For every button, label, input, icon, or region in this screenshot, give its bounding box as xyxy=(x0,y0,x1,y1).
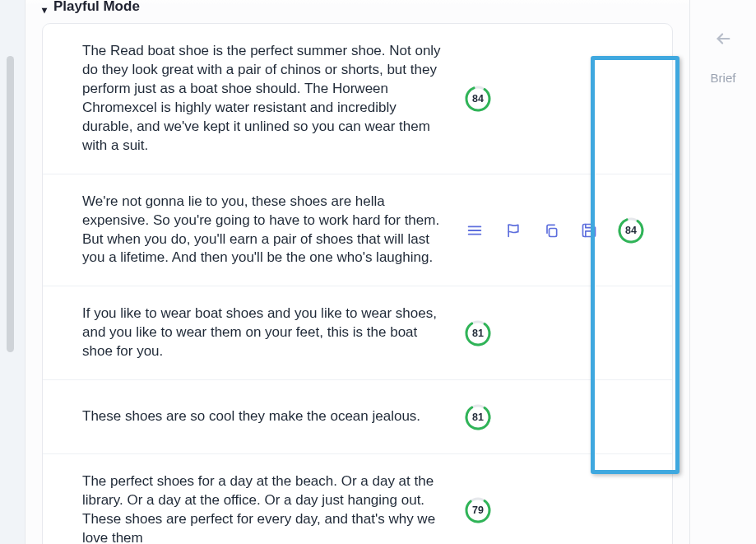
brief-tab[interactable]: Brief xyxy=(690,71,756,85)
menu-icon[interactable] xyxy=(466,221,484,239)
row-actions xyxy=(457,221,597,239)
result-row[interactable]: These shoes are so cool they make the oc… xyxy=(43,380,672,454)
results-card: The Read boat shoe is the perfect summer… xyxy=(42,23,673,544)
result-text: We're not gonna lie to you, these shoes … xyxy=(82,193,444,268)
result-row[interactable]: The Read boat shoe is the perfect summer… xyxy=(43,24,672,174)
result-row[interactable]: We're not gonna lie to you, these shoes … xyxy=(43,174,672,287)
result-text: The Read boat shoe is the perfect summer… xyxy=(82,42,444,156)
copy-icon[interactable] xyxy=(543,222,559,239)
score-badge: 84 xyxy=(610,216,652,244)
result-text: These shoes are so cool they make the oc… xyxy=(82,407,444,426)
score-badge: 81 xyxy=(457,319,499,347)
section-header[interactable]: ▾ Playful Mode xyxy=(26,0,689,23)
caret-down-icon: ▾ xyxy=(42,2,47,18)
score-badge: 81 xyxy=(457,403,499,431)
result-row[interactable]: The perfect shoes for a day at the beach… xyxy=(43,454,672,544)
right-sidebar: Brief xyxy=(690,0,756,544)
result-text: If you like to wear boat shoes and you l… xyxy=(82,305,444,361)
result-row[interactable]: If you like to wear boat shoes and you l… xyxy=(43,286,672,380)
result-text: The perfect shoes for a day at the beach… xyxy=(82,472,444,544)
main-panel: ▾ Playful Mode The Read boat shoe is the… xyxy=(25,0,690,544)
scrollbar[interactable] xyxy=(7,56,14,352)
svg-rect-5 xyxy=(550,228,557,236)
back-arrow-icon[interactable] xyxy=(714,30,732,48)
section-title: Playful Mode xyxy=(53,0,140,15)
score-value: 79 xyxy=(464,496,492,524)
score-badge: 84 xyxy=(457,85,499,113)
score-value: 81 xyxy=(464,403,492,431)
score-value: 84 xyxy=(464,85,492,113)
score-badge: 79 xyxy=(457,496,499,524)
flag-icon[interactable] xyxy=(505,222,522,239)
score-value: 84 xyxy=(617,216,645,244)
save-icon[interactable] xyxy=(581,222,597,239)
score-value: 81 xyxy=(464,319,492,347)
